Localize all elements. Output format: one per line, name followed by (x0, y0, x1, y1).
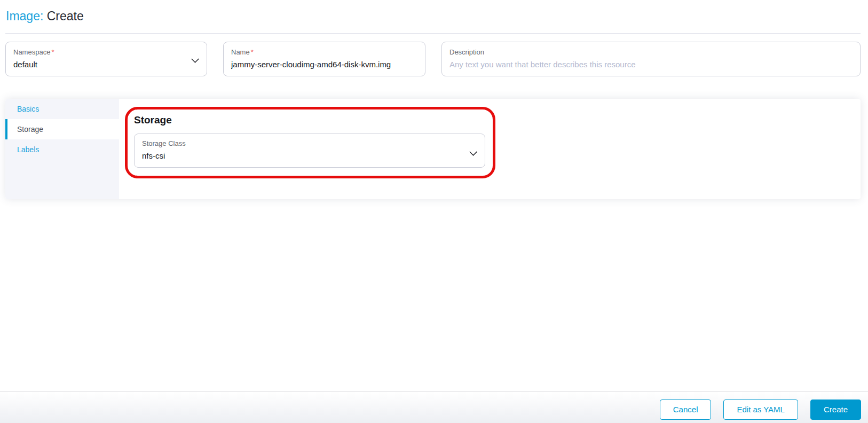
namespace-label-text: Namespace (13, 48, 50, 56)
namespace-label: Namespace* (13, 48, 199, 57)
tab-sidebar: Basics Storage Labels (5, 99, 119, 199)
namespace-value: default (13, 59, 199, 70)
tab-basics[interactable]: Basics (5, 99, 119, 119)
storage-section-heading: Storage (134, 114, 486, 127)
storage-section-highlight: Storage Storage Class nfs-csi (125, 107, 495, 178)
name-field: Name* (223, 42, 425, 76)
edit-as-yaml-button[interactable]: Edit as YAML (723, 400, 798, 420)
namespace-select[interactable]: Namespace* default (5, 42, 207, 76)
description-input[interactable] (449, 59, 853, 70)
storage-class-label: Storage Class (142, 139, 477, 148)
name-label: Name* (231, 48, 417, 57)
page-title: Image: Create (6, 9, 861, 24)
required-asterisk: * (51, 48, 54, 56)
name-input[interactable] (231, 59, 417, 70)
page-title-resource: Image: (6, 9, 43, 23)
storage-class-select[interactable]: Storage Class nfs-csi (134, 134, 485, 168)
storage-tab-content: Storage Storage Class nfs-csi (119, 99, 861, 199)
name-label-text: Name (231, 48, 250, 56)
description-field: Description (441, 42, 861, 76)
description-label: Description (449, 48, 853, 57)
page-header: Image: Create (0, 0, 868, 24)
footer-actions: Cancel Edit as YAML Create (0, 391, 868, 420)
storage-class-value: nfs-csi (142, 151, 477, 161)
cancel-button[interactable]: Cancel (660, 400, 712, 420)
create-tab-panel: Basics Storage Labels Storage Storage Cl… (5, 99, 861, 199)
footer-bar: Cancel Edit as YAML Create (0, 391, 868, 423)
page-title-action: Create (47, 9, 84, 23)
required-asterisk: * (251, 48, 254, 56)
tab-storage[interactable]: Storage (5, 119, 119, 139)
header-divider (5, 33, 861, 34)
basics-form-row: Namespace* default Name* Description (5, 42, 861, 76)
tab-labels[interactable]: Labels (5, 139, 119, 160)
create-button[interactable]: Create (810, 400, 861, 420)
